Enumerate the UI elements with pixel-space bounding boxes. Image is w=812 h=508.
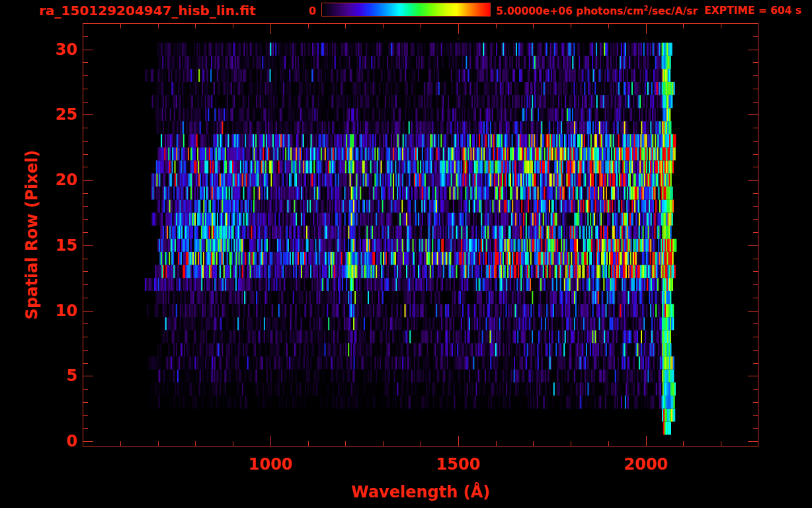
colorbar-max-label: 5.00000e+06 photons/cm2/sec/A/sr [496, 5, 698, 17]
y-tick-label: 5 [0, 368, 77, 384]
y-tick-label: 0 [0, 433, 77, 449]
x-axis-title: Wavelength (Å) [351, 483, 490, 501]
x-tick-label: 1000 [248, 455, 292, 474]
spectrogram-canvas [83, 23, 758, 446]
y-axis-title: Spatial Row (Pixel) [22, 150, 41, 319]
colorbar-unit-post: /sec/A/sr [648, 5, 698, 17]
colorbar [321, 3, 491, 17]
colorbar-min-label: 0 [296, 5, 316, 17]
y-tick-label: 30 [0, 42, 77, 58]
colorbar-max-value: 5.00000e+06 [496, 5, 573, 17]
y-tick-label: 25 [0, 106, 77, 122]
x-tick-label: 1500 [436, 455, 480, 474]
plot-area [83, 23, 758, 446]
idl-spectrogram-window: ra_150129204947_hisb_lin.fit 0 5.00000e+… [0, 0, 812, 508]
x-tick-label: 2000 [624, 455, 668, 474]
file-title: ra_150129204947_hisb_lin.fit [39, 3, 256, 19]
colorbar-unit-pre: photons/cm [573, 5, 644, 17]
exptime-label: EXPTIME = 604 s [704, 5, 801, 17]
